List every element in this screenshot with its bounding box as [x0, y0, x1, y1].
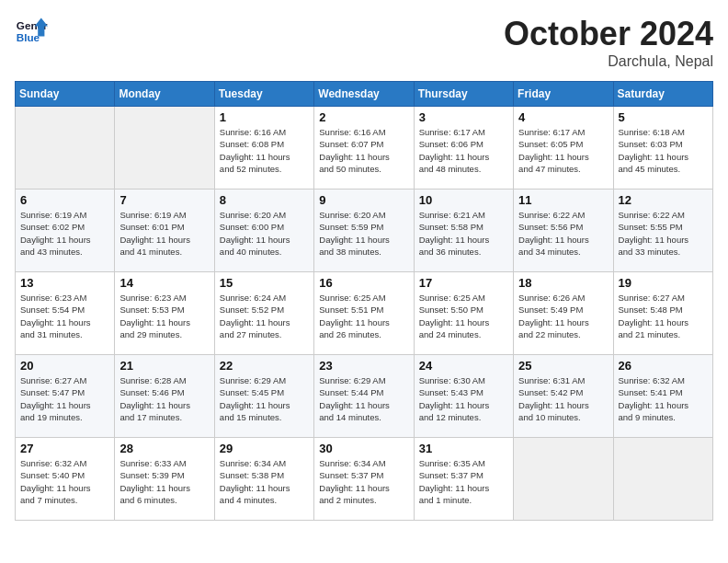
day-detail: Sunrise: 6:32 AM Sunset: 5:41 PM Dayligh…	[619, 374, 708, 423]
calendar-cell: 29Sunrise: 6:34 AM Sunset: 5:38 PM Dayli…	[214, 438, 313, 521]
day-number: 30	[319, 442, 408, 455]
day-detail: Sunrise: 6:30 AM Sunset: 5:43 PM Dayligh…	[419, 374, 508, 423]
day-number: 16	[319, 276, 408, 290]
day-number: 27	[20, 442, 109, 455]
day-number: 28	[119, 442, 209, 455]
weekday-header-row: SundayMondayTuesdayWednesdayThursdayFrid…	[16, 82, 713, 107]
day-number: 6	[20, 193, 109, 207]
weekday-thursday: Thursday	[414, 82, 513, 107]
day-detail: Sunrise: 6:25 AM Sunset: 5:50 PM Dayligh…	[419, 292, 508, 340]
day-number: 14	[119, 276, 209, 290]
day-detail: Sunrise: 6:16 AM Sunset: 6:07 PM Dayligh…	[319, 126, 408, 175]
day-number: 31	[419, 442, 508, 455]
day-number: 1	[220, 110, 309, 124]
day-number: 19	[619, 276, 708, 290]
calendar-week-1: 1Sunrise: 6:16 AM Sunset: 6:08 PM Daylig…	[16, 107, 713, 190]
day-number: 5	[619, 110, 708, 124]
day-number: 8	[220, 193, 309, 207]
calendar-cell: 21Sunrise: 6:28 AM Sunset: 5:46 PM Dayli…	[115, 355, 214, 438]
day-number: 21	[119, 359, 209, 373]
day-detail: Sunrise: 6:33 AM Sunset: 5:39 PM Dayligh…	[119, 457, 209, 506]
calendar-cell: 10Sunrise: 6:21 AM Sunset: 5:58 PM Dayli…	[414, 190, 513, 272]
day-number: 3	[419, 110, 508, 124]
day-detail: Sunrise: 6:22 AM Sunset: 5:56 PM Dayligh…	[518, 209, 608, 258]
day-detail: Sunrise: 6:23 AM Sunset: 5:53 PM Dayligh…	[119, 292, 209, 340]
calendar-cell: 2Sunrise: 6:16 AM Sunset: 6:07 PM Daylig…	[314, 107, 414, 190]
weekday-saturday: Saturday	[613, 82, 712, 107]
day-number: 25	[518, 359, 608, 373]
calendar-cell: 9Sunrise: 6:20 AM Sunset: 5:59 PM Daylig…	[314, 190, 414, 272]
calendar-body: 1Sunrise: 6:16 AM Sunset: 6:08 PM Daylig…	[16, 107, 713, 521]
day-detail: Sunrise: 6:18 AM Sunset: 6:03 PM Dayligh…	[619, 126, 708, 175]
day-detail: Sunrise: 6:35 AM Sunset: 5:37 PM Dayligh…	[419, 457, 508, 506]
day-detail: Sunrise: 6:34 AM Sunset: 5:37 PM Dayligh…	[319, 457, 408, 506]
day-detail: Sunrise: 6:31 AM Sunset: 5:42 PM Dayligh…	[518, 374, 608, 423]
calendar-cell: 27Sunrise: 6:32 AM Sunset: 5:40 PM Dayli…	[16, 438, 115, 521]
title-area: October 2024 Darchula, Nepal	[504, 15, 713, 70]
month-title: October 2024	[504, 15, 713, 53]
day-number: 9	[319, 193, 408, 207]
day-detail: Sunrise: 6:21 AM Sunset: 5:58 PM Dayligh…	[419, 209, 508, 258]
day-number: 11	[518, 193, 608, 207]
calendar-cell: 19Sunrise: 6:27 AM Sunset: 5:48 PM Dayli…	[613, 272, 712, 355]
svg-text:Blue: Blue	[17, 31, 40, 43]
day-detail: Sunrise: 6:20 AM Sunset: 5:59 PM Dayligh…	[319, 209, 408, 258]
calendar-cell	[613, 438, 712, 521]
calendar-cell: 15Sunrise: 6:24 AM Sunset: 5:52 PM Dayli…	[214, 272, 313, 355]
day-detail: Sunrise: 6:17 AM Sunset: 6:06 PM Dayligh…	[419, 126, 508, 175]
day-detail: Sunrise: 6:26 AM Sunset: 5:49 PM Dayligh…	[518, 292, 608, 340]
day-number: 24	[419, 359, 508, 373]
calendar-cell: 24Sunrise: 6:30 AM Sunset: 5:43 PM Dayli…	[414, 355, 513, 438]
calendar-cell: 31Sunrise: 6:35 AM Sunset: 5:37 PM Dayli…	[414, 438, 513, 521]
calendar-cell: 5Sunrise: 6:18 AM Sunset: 6:03 PM Daylig…	[613, 107, 712, 190]
day-detail: Sunrise: 6:16 AM Sunset: 6:08 PM Dayligh…	[220, 126, 309, 175]
day-detail: Sunrise: 6:19 AM Sunset: 6:02 PM Dayligh…	[20, 209, 109, 258]
calendar-cell: 16Sunrise: 6:25 AM Sunset: 5:51 PM Dayli…	[314, 272, 414, 355]
day-number: 20	[20, 359, 109, 373]
page-header: General Blue October 2024 Darchula, Nepa…	[15, 15, 713, 70]
weekday-sunday: Sunday	[16, 82, 115, 107]
calendar-week-3: 13Sunrise: 6:23 AM Sunset: 5:54 PM Dayli…	[16, 272, 713, 355]
calendar-week-4: 20Sunrise: 6:27 AM Sunset: 5:47 PM Dayli…	[16, 355, 713, 438]
calendar-cell: 30Sunrise: 6:34 AM Sunset: 5:37 PM Dayli…	[314, 438, 414, 521]
day-detail: Sunrise: 6:32 AM Sunset: 5:40 PM Dayligh…	[20, 457, 109, 506]
day-detail: Sunrise: 6:23 AM Sunset: 5:54 PM Dayligh…	[20, 292, 109, 340]
day-detail: Sunrise: 6:29 AM Sunset: 5:45 PM Dayligh…	[220, 374, 309, 423]
day-detail: Sunrise: 6:34 AM Sunset: 5:38 PM Dayligh…	[220, 457, 309, 506]
calendar-cell	[514, 438, 613, 521]
day-number: 2	[319, 110, 408, 124]
day-detail: Sunrise: 6:20 AM Sunset: 6:00 PM Dayligh…	[220, 209, 309, 258]
location-title: Darchula, Nepal	[504, 53, 713, 70]
weekday-friday: Friday	[514, 82, 613, 107]
logo-icon: General Blue	[15, 15, 48, 48]
calendar-cell: 3Sunrise: 6:17 AM Sunset: 6:06 PM Daylig…	[414, 107, 513, 190]
day-detail: Sunrise: 6:25 AM Sunset: 5:51 PM Dayligh…	[319, 292, 408, 340]
calendar-cell: 26Sunrise: 6:32 AM Sunset: 5:41 PM Dayli…	[613, 355, 712, 438]
day-number: 7	[119, 193, 209, 207]
calendar-week-2: 6Sunrise: 6:19 AM Sunset: 6:02 PM Daylig…	[16, 190, 713, 272]
calendar-cell	[16, 107, 115, 190]
day-detail: Sunrise: 6:27 AM Sunset: 5:47 PM Dayligh…	[20, 374, 109, 423]
calendar-cell: 8Sunrise: 6:20 AM Sunset: 6:00 PM Daylig…	[214, 190, 313, 272]
calendar-cell: 25Sunrise: 6:31 AM Sunset: 5:42 PM Dayli…	[514, 355, 613, 438]
day-number: 12	[619, 193, 708, 207]
day-detail: Sunrise: 6:22 AM Sunset: 5:55 PM Dayligh…	[619, 209, 708, 258]
day-number: 4	[518, 110, 608, 124]
day-number: 15	[220, 276, 309, 290]
calendar-cell: 4Sunrise: 6:17 AM Sunset: 6:05 PM Daylig…	[514, 107, 613, 190]
day-number: 17	[419, 276, 508, 290]
calendar-cell: 11Sunrise: 6:22 AM Sunset: 5:56 PM Dayli…	[514, 190, 613, 272]
day-number: 10	[419, 193, 508, 207]
calendar-week-5: 27Sunrise: 6:32 AM Sunset: 5:40 PM Dayli…	[16, 438, 713, 521]
day-detail: Sunrise: 6:29 AM Sunset: 5:44 PM Dayligh…	[319, 374, 408, 423]
calendar-cell: 12Sunrise: 6:22 AM Sunset: 5:55 PM Dayli…	[613, 190, 712, 272]
day-number: 29	[220, 442, 309, 455]
day-detail: Sunrise: 6:27 AM Sunset: 5:48 PM Dayligh…	[619, 292, 708, 340]
weekday-wednesday: Wednesday	[314, 82, 414, 107]
day-number: 26	[619, 359, 708, 373]
weekday-monday: Monday	[115, 82, 214, 107]
calendar-cell	[115, 107, 214, 190]
weekday-tuesday: Tuesday	[214, 82, 313, 107]
day-detail: Sunrise: 6:28 AM Sunset: 5:46 PM Dayligh…	[119, 374, 209, 423]
calendar-cell: 18Sunrise: 6:26 AM Sunset: 5:49 PM Dayli…	[514, 272, 613, 355]
